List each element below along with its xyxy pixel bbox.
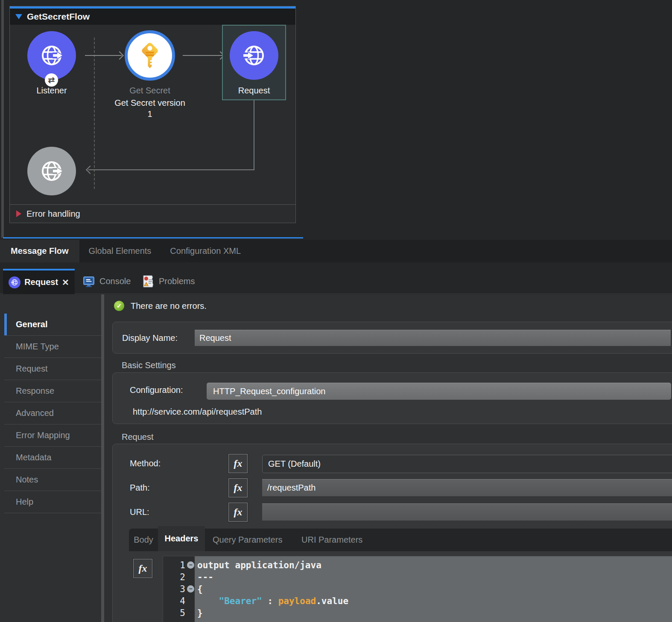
request-tab-label: Request bbox=[24, 277, 58, 287]
sidebar-item-notes[interactable]: Notes bbox=[4, 469, 101, 491]
sidebar-item-general[interactable]: General bbox=[4, 314, 101, 336]
sidebar-item-error-mapping[interactable]: Error Mapping bbox=[4, 424, 101, 447]
configuration-url: http://service.com/api/requestPath bbox=[133, 407, 262, 417]
get-secret-node-label: Get Secret bbox=[108, 85, 192, 96]
dataweave-code[interactable]: output application/java---{ "Bearer" : p… bbox=[197, 559, 348, 619]
get-secret-node[interactable] bbox=[125, 30, 175, 81]
listener-node-label: Listener bbox=[10, 85, 93, 96]
close-icon[interactable]: ✕ bbox=[62, 277, 69, 288]
request-node-label: Request bbox=[212, 85, 296, 96]
return-connector-vertical bbox=[254, 100, 254, 170]
sidebar-item-help[interactable]: Help bbox=[4, 491, 101, 513]
line-number: 2 bbox=[168, 571, 185, 583]
sidebar-item-advanced[interactable]: Advanced bbox=[4, 402, 101, 424]
properties-sidebar: General MIME Type Request Response Advan… bbox=[4, 314, 101, 513]
listener-node[interactable] bbox=[27, 31, 76, 80]
problems-tab-label: Problems bbox=[159, 276, 195, 286]
error-handling-label: Error handling bbox=[26, 209, 80, 219]
flow-container: GetSecretFlow ⇄ Listener bbox=[9, 6, 296, 223]
request-group: Method: fx GET (Default) Path: fx /reque… bbox=[112, 444, 672, 622]
flow-editor-tabs: Message Flow Global Elements Configurati… bbox=[0, 240, 672, 262]
method-label: Method: bbox=[130, 459, 161, 468]
code-line: } bbox=[197, 607, 348, 619]
code-line: output application/java bbox=[197, 559, 348, 571]
tab-message-flow[interactable]: Message Flow bbox=[0, 240, 79, 262]
get-secret-version-number: 1 bbox=[108, 108, 192, 119]
flow-title: GetSecretFlow bbox=[27, 12, 90, 22]
basic-settings-title: Basic Settings bbox=[122, 360, 176, 370]
globe-out-icon bbox=[38, 42, 65, 69]
display-name-input[interactable]: Request bbox=[195, 330, 671, 346]
properties-content: ✓ There are no errors. Display Name: Req… bbox=[104, 294, 672, 622]
fx-icon: fx bbox=[139, 563, 147, 574]
globe-out-icon bbox=[38, 157, 65, 185]
sidebar-scrollbar[interactable] bbox=[101, 294, 104, 622]
line-number: 4 bbox=[168, 595, 185, 607]
tab-global-elements[interactable]: Global Elements bbox=[79, 240, 161, 262]
tab-query-parameters[interactable]: Query Parameters bbox=[213, 529, 282, 551]
return-connector-horizontal bbox=[88, 169, 254, 170]
connector-arrowhead-icon bbox=[115, 51, 124, 60]
fx-icon: fx bbox=[234, 482, 243, 494]
headers-fx-button[interactable]: fx bbox=[133, 558, 153, 578]
anypoint-studio-window: GetSecretFlow ⇄ Listener bbox=[0, 0, 672, 622]
fx-icon: fx bbox=[234, 506, 243, 518]
key-icon bbox=[135, 41, 164, 70]
status-message: There are no errors. bbox=[131, 301, 207, 311]
fold-icon[interactable]: − bbox=[187, 585, 194, 593]
display-name-label: Display Name: bbox=[122, 322, 178, 354]
globe-in-icon bbox=[240, 42, 268, 69]
method-combo[interactable]: GET (Default) bbox=[262, 455, 672, 473]
path-input[interactable]: /requestPath bbox=[262, 479, 672, 497]
url-input[interactable] bbox=[262, 503, 672, 521]
tab-body[interactable]: Body bbox=[129, 529, 158, 551]
canvas-left-scrollbar[interactable] bbox=[1, 0, 4, 238]
basic-settings-group: Configuration: HTTP_Request_configuratio… bbox=[112, 372, 672, 424]
request-section-title: Request bbox=[122, 432, 154, 442]
request-parameter-tabs: Body Headers Query Parameters URI Parame… bbox=[129, 529, 672, 551]
method-fx-button[interactable]: fx bbox=[228, 453, 248, 474]
request-node[interactable] bbox=[230, 31, 278, 80]
configuration-dropdown[interactable]: HTTP_Request_configuration bbox=[207, 383, 671, 400]
fold-icon[interactable]: − bbox=[187, 561, 194, 569]
properties-panel: General MIME Type Request Response Advan… bbox=[0, 294, 672, 622]
console-icon bbox=[82, 275, 95, 288]
line-number: 1 bbox=[168, 559, 185, 571]
fx-icon: fx bbox=[234, 458, 243, 469]
line-number: 5 bbox=[168, 607, 185, 619]
tab-problems[interactable]: Problems bbox=[142, 269, 195, 294]
flow-canvas[interactable]: ⇄ Listener Get Secret Get Secret version… bbox=[10, 25, 295, 204]
disabled-http-node[interactable] bbox=[27, 147, 76, 195]
get-secret-version-label: Get Secret version bbox=[108, 97, 192, 108]
active-editor-underline bbox=[3, 237, 303, 238]
dataweave-editor[interactable]: 1 2 3 4 5 − − output application/java---… bbox=[163, 556, 672, 622]
swap-arrows-glyph: ⇄ bbox=[48, 75, 55, 85]
console-tab-label: Console bbox=[99, 276, 131, 286]
sidebar-item-mime-type[interactable]: MIME Type bbox=[4, 336, 101, 358]
error-handling-bar[interactable]: Error handling bbox=[10, 204, 295, 223]
tab-console[interactable]: Console bbox=[82, 269, 131, 294]
flow-titlebar[interactable]: GetSecretFlow bbox=[10, 9, 295, 25]
sidebar-item-metadata[interactable]: Metadata bbox=[4, 447, 101, 469]
line-number: 3 bbox=[168, 583, 185, 595]
collapse-triangle-icon[interactable] bbox=[15, 14, 22, 19]
view-tab-bar: Request ✕ Console Problems bbox=[0, 269, 672, 294]
url-fx-button[interactable]: fx bbox=[228, 502, 248, 522]
code-line: { bbox=[197, 583, 348, 595]
scope-dashed-divider bbox=[94, 38, 95, 189]
tab-request-properties[interactable]: Request ✕ bbox=[3, 269, 75, 294]
path-fx-button[interactable]: fx bbox=[228, 478, 248, 498]
error-handling-expand-icon[interactable] bbox=[16, 210, 21, 217]
tab-configuration-xml[interactable]: Configuration XML bbox=[161, 240, 250, 262]
tab-uri-parameters[interactable]: URI Parameters bbox=[301, 529, 362, 551]
path-label: Path: bbox=[130, 483, 150, 493]
sidebar-item-response[interactable]: Response bbox=[4, 380, 101, 402]
check-icon: ✓ bbox=[114, 301, 124, 311]
code-line: --- bbox=[197, 571, 348, 583]
configuration-label: Configuration: bbox=[130, 385, 183, 395]
display-name-group: Display Name: Request bbox=[112, 322, 672, 354]
editor-gutter: 1 2 3 4 5 − − bbox=[163, 556, 195, 622]
sidebar-item-request[interactable]: Request bbox=[4, 358, 101, 380]
tab-headers[interactable]: Headers bbox=[158, 526, 205, 551]
problems-icon bbox=[142, 275, 155, 288]
